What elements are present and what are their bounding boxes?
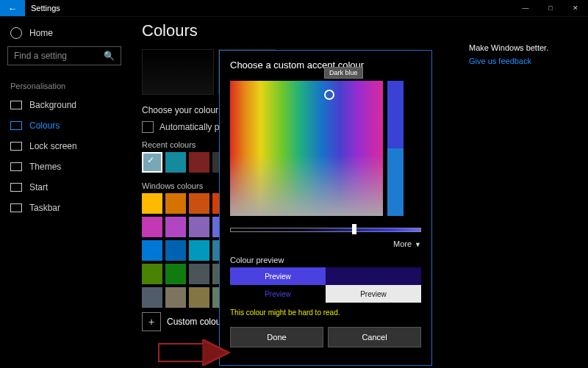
windows-colour-swatch[interactable] — [189, 193, 209, 214]
value-slider[interactable] — [230, 225, 421, 234]
minimize-button[interactable]: — — [513, 0, 538, 16]
chevron-down-icon: ▼ — [415, 241, 421, 248]
readability-warning: This colour might be hard to read. — [230, 309, 421, 317]
windows-colour-swatch[interactable] — [142, 193, 162, 214]
window-title: Settings — [25, 4, 60, 12]
palette-icon — [10, 121, 22, 130]
windows-colour-swatch[interactable] — [165, 217, 186, 237]
recent-colour-swatch[interactable] — [165, 152, 186, 173]
preview-cell: Preview — [326, 285, 421, 303]
done-button[interactable]: Done — [230, 327, 323, 347]
gear-icon — [10, 27, 22, 39]
desktop-preview — [142, 49, 214, 95]
search-placeholder: Find a setting — [14, 51, 67, 61]
more-toggle[interactable]: More▼ — [230, 238, 421, 256]
close-button[interactable]: ✕ — [563, 0, 588, 16]
home-link[interactable]: Home — [0, 23, 129, 46]
start-icon — [10, 183, 22, 192]
sidebar: Home Find a setting 🔍 Personalisation Ba… — [0, 17, 129, 368]
feedback-text: Make Windows better. — [469, 43, 579, 52]
lock-icon — [10, 142, 22, 151]
search-icon: 🔍 — [104, 51, 115, 61]
svg-marker-1 — [203, 341, 228, 364]
preview-cell: Preview — [326, 267, 421, 285]
windows-colour-swatch[interactable] — [189, 217, 209, 237]
search-input[interactable]: Find a setting 🔍 — [7, 46, 121, 65]
windows-colour-swatch[interactable] — [165, 193, 186, 214]
sidebar-item-background[interactable]: Background — [0, 95, 129, 115]
slider-thumb-icon[interactable] — [352, 224, 356, 234]
windows-colour-swatch[interactable] — [142, 217, 162, 237]
sidebar-item-colours[interactable]: Colours — [0, 115, 129, 136]
sidebar-item-taskbar[interactable]: Taskbar — [0, 198, 129, 218]
windows-colour-swatch[interactable] — [189, 264, 209, 284]
custom-colour-label: Custom colour — [167, 317, 223, 327]
theme-icon — [10, 162, 22, 171]
windows-colour-swatch[interactable] — [165, 264, 186, 284]
title-bar: ← Settings — □ ✕ — [0, 0, 588, 17]
page-title: Colours — [142, 21, 469, 40]
sidebar-item-themes[interactable]: Themes — [0, 156, 129, 177]
colour-value-strip[interactable] — [387, 81, 404, 216]
feedback-link[interactable]: Give us feedback — [469, 57, 579, 65]
windows-colour-swatch[interactable] — [142, 287, 162, 308]
slider-track — [230, 228, 421, 232]
custom-colour-button[interactable]: + — [142, 312, 161, 331]
windows-colour-swatch[interactable] — [189, 287, 209, 308]
windows-colour-swatch[interactable] — [165, 240, 186, 261]
windows-colour-swatch[interactable] — [189, 240, 209, 261]
windows-colour-swatch[interactable] — [142, 240, 162, 261]
colour-tooltip: Dark blue — [324, 67, 363, 79]
colour-picker[interactable] — [230, 81, 383, 216]
back-button[interactable]: ← — [0, 0, 25, 16]
recent-colour-swatch[interactable] — [189, 152, 209, 173]
sidebar-item-lockscreen[interactable]: Lock screen — [0, 136, 129, 156]
taskbar-icon — [10, 203, 22, 212]
colour-preview-grid: Preview Preview Preview Preview — [230, 267, 421, 303]
custom-colour-dialog: Choose a custom accent colour Dark blue … — [219, 50, 432, 366]
sidebar-item-start[interactable]: Start — [0, 177, 129, 198]
picture-icon — [10, 101, 22, 109]
preview-cell: Preview — [230, 285, 326, 303]
windows-colour-swatch[interactable] — [165, 287, 186, 308]
colour-preview-label: Colour preview — [230, 256, 421, 264]
cancel-button[interactable]: Cancel — [328, 327, 421, 347]
annotation-arrow-icon — [157, 339, 231, 366]
home-label: Home — [29, 28, 53, 38]
maximize-button[interactable]: □ — [538, 0, 563, 16]
checkbox-icon — [142, 121, 154, 133]
feedback-panel: Make Windows better. Give us feedback — [469, 17, 588, 368]
preview-cell: Preview — [230, 267, 326, 285]
windows-colour-swatch[interactable] — [142, 264, 162, 284]
sidebar-section-title: Personalisation — [0, 73, 129, 95]
picker-cursor-icon — [324, 90, 334, 100]
recent-colour-swatch[interactable] — [142, 152, 162, 173]
